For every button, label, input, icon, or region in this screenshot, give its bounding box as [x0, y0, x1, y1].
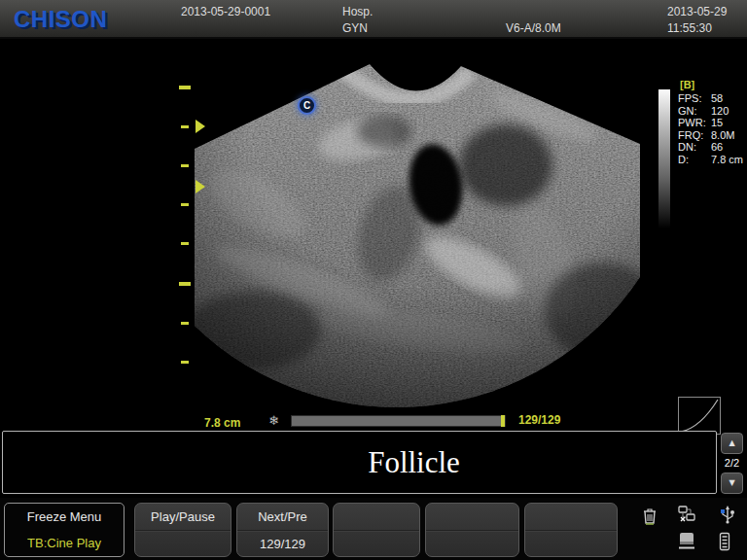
param-label: FRQ:: [678, 129, 711, 142]
image-parameters: FPS:58 GN:120 PWR:15 FRQ:8.0M DN:66 D:7.…: [678, 92, 743, 166]
soft-key-value: [525, 531, 617, 557]
soft-key-blank-3[interactable]: [524, 503, 618, 557]
chison-logo: CHISON: [14, 6, 107, 33]
param-label: GN:: [678, 105, 711, 118]
soft-key-blank-2[interactable]: [425, 503, 519, 557]
page-indicator: 2/2: [721, 457, 743, 469]
param-value: 15: [711, 117, 723, 128]
soft-key-label: Play/Pause: [135, 504, 231, 531]
hospital-label: Hosp.: [342, 5, 373, 18]
param-value: 8.0M: [711, 129, 734, 141]
param-label: D:: [678, 154, 711, 166]
play-pause-button[interactable]: Play/Pause: [134, 503, 231, 557]
usb-icon: [716, 503, 739, 526]
depth-label: 7.8 cm: [204, 416, 240, 430]
soft-key-label: [334, 504, 419, 531]
param-label: FPS:: [678, 92, 711, 105]
system-date: 2013-05-29: [667, 5, 727, 18]
param-label: DN:: [678, 141, 711, 154]
soft-key-value: 129/129: [237, 531, 328, 557]
disk-icon: [675, 530, 698, 553]
patient-id: 2013-05-29-0001: [181, 5, 270, 18]
measurement-item-label: Follicle: [3, 432, 716, 493]
soft-key-label: [525, 504, 617, 531]
soft-key-label: Next/Pre: [237, 504, 328, 531]
battery-icon: [713, 530, 736, 553]
soft-menu-bar: Freeze Menu TB:Cine Play Play/Pause Next…: [0, 498, 747, 560]
depth-ruler: [179, 86, 191, 364]
scroll-down-button[interactable]: ▼: [721, 472, 743, 494]
param-value: 58: [711, 92, 723, 104]
network-icon: [675, 503, 698, 526]
cine-frame-counter: 129/129: [518, 413, 560, 427]
freeze-menu-label: Freeze Menu: [5, 504, 124, 530]
soft-key-label: [426, 504, 518, 531]
top-status-bar: CHISON 2013-05-29-0001 Hosp. GYN V6-A/8.…: [0, 0, 747, 39]
param-label: PWR:: [678, 117, 711, 129]
trackball-function-label: TB:Cine Play: [5, 530, 124, 556]
exam-mode: GYN: [342, 21, 368, 35]
probe-frequency: V6-A/8.0M: [506, 21, 561, 35]
param-value: 7.8 cm: [711, 154, 743, 165]
freeze-snowflake-icon: ❄: [268, 413, 279, 428]
up-arrow-icon: ▲: [729, 438, 734, 447]
grayscale-bar: [658, 89, 670, 228]
ultrasound-fan-image: [0, 39, 747, 412]
param-value: 66: [711, 141, 723, 153]
next-pre-button[interactable]: Next/Pre 129/129: [236, 503, 329, 557]
image-area: C 7.8 cm [B] FPS:58 GN:120 PWR:15 FRQ:8.…: [0, 39, 747, 412]
param-value: 120: [711, 105, 729, 117]
system-time: 11:55:30: [667, 21, 712, 35]
freeze-menu-button[interactable]: Freeze Menu TB:Cine Play: [4, 503, 124, 557]
cine-progress-cursor[interactable]: [501, 415, 505, 427]
probe-orientation-marker: C: [298, 96, 316, 115]
soft-key-value: [426, 531, 518, 557]
ultrasound-screen: CHISON 2013-05-29-0001 Hosp. GYN V6-A/8.…: [0, 0, 747, 560]
cine-progress-bar[interactable]: [291, 415, 506, 427]
measurement-result-panel: Follicle: [2, 431, 717, 494]
soft-key-value: [135, 531, 231, 557]
gray-map-curve: [678, 397, 721, 435]
mode-badge: [B]: [680, 79, 694, 90]
soft-key-blank-1[interactable]: [333, 503, 420, 557]
down-arrow-icon: ▼: [729, 478, 734, 487]
scroll-up-button[interactable]: ▲: [721, 433, 743, 454]
trash-icon: [638, 505, 661, 528]
soft-key-value: [334, 531, 419, 557]
